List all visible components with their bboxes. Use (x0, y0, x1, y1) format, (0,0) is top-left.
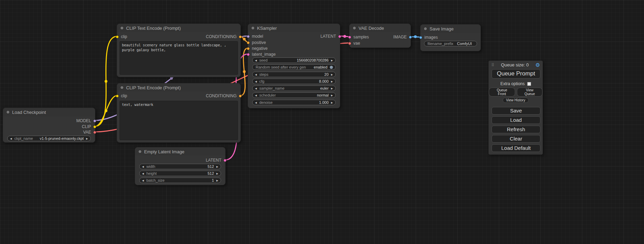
save-button[interactable]: Save (492, 107, 540, 115)
prev-value-arrow-icon[interactable]: ◀ (255, 94, 257, 97)
input-slot-model[interactable]: model (247, 34, 263, 39)
drag-handle-icon[interactable]: ⠿ (491, 63, 494, 67)
input-slot-positive[interactable]: positive (247, 40, 266, 45)
widget-random-seed-toggle[interactable]: Random seed after every gen enabled (252, 64, 336, 70)
next-value-arrow-icon[interactable]: ▶ (331, 94, 333, 97)
prompt-textarea[interactable]: beautiful scenery nature glass bottle la… (120, 41, 238, 75)
collapse-dot-icon[interactable] (120, 26, 124, 30)
slot-dot-latent[interactable] (348, 36, 351, 39)
output-slot-vae[interactable]: VAE (83, 129, 96, 135)
widget-steps[interactable]: ◀ steps 20 ▶ (252, 72, 336, 77)
slot-dot-conditioning[interactable] (247, 41, 250, 44)
clear-button[interactable]: Clear (492, 135, 540, 143)
slot-dot-latent[interactable] (338, 35, 341, 38)
widget-height[interactable]: ◀ height 512 ▶ (139, 171, 221, 176)
decrement-arrow-icon[interactable]: ◀ (255, 80, 257, 83)
decrement-arrow-icon[interactable]: ◀ (255, 59, 257, 62)
collapse-dot-icon[interactable] (251, 26, 255, 30)
input-slot-vae[interactable]: vae (348, 40, 360, 46)
output-slot-clip[interactable]: CLIP (82, 124, 96, 129)
extra-options-checkbox[interactable] (527, 82, 531, 86)
decrement-arrow-icon[interactable]: ◀ (255, 101, 257, 104)
node-clip-text-encode-positive[interactable]: CLIP Text Encode (Prompt) clip CONDITION… (117, 24, 241, 77)
node-title-bar[interactable]: Load Checkpoint (3, 108, 95, 116)
slot-dot-conditioning[interactable] (247, 47, 250, 50)
output-slot-conditioning[interactable]: CONDITIONING (206, 34, 242, 39)
increment-arrow-icon[interactable]: ▶ (217, 172, 218, 175)
output-slot-latent[interactable]: LATENT (206, 157, 227, 163)
prev-value-arrow-icon[interactable]: ◀ (10, 137, 12, 140)
slot-dot-clip[interactable] (116, 35, 119, 38)
collapse-dot-icon[interactable] (138, 150, 142, 153)
toggle-knob-icon[interactable] (330, 66, 333, 69)
node-save-image[interactable]: Save Image images filename_prefix ComfyU… (420, 24, 481, 51)
slot-dot-clip[interactable] (116, 94, 119, 98)
decrement-arrow-icon[interactable]: ◀ (255, 73, 257, 76)
input-slot-negative[interactable]: negative (247, 46, 267, 51)
node-clip-text-encode-negative[interactable]: CLIP Text Encode (Prompt) clip CONDITION… (117, 83, 241, 143)
decrement-arrow-icon[interactable]: ◀ (142, 179, 144, 182)
view-history-button[interactable]: View History (503, 98, 529, 103)
widget-batch-size[interactable]: ◀ batch_size 1 ▶ (139, 178, 221, 183)
output-slot-image[interactable]: IMAGE (393, 34, 412, 40)
slot-dot-model[interactable] (247, 35, 250, 38)
input-slot-samples[interactable]: samples (348, 34, 369, 40)
slot-dot-conditioning[interactable] (239, 94, 242, 98)
decrement-arrow-icon[interactable]: ◀ (142, 165, 144, 168)
widget-sampler-name[interactable]: ◀ sampler_name euler ▶ (252, 85, 336, 91)
decrement-arrow-icon[interactable]: ◀ (142, 172, 144, 175)
input-slot-clip[interactable]: clip (116, 34, 127, 39)
output-slot-model[interactable]: MODEL (76, 118, 96, 124)
load-default-button[interactable]: Load Default (492, 144, 540, 152)
slot-dot-vae[interactable] (93, 131, 96, 134)
input-slot-latent-image[interactable]: latent_image (247, 52, 276, 57)
slot-dot-latent[interactable] (223, 159, 227, 162)
queue-prompt-button[interactable]: Queue Prompt (492, 69, 540, 79)
graph-canvas[interactable]: Load Checkpoint MODEL CLIP VAE ◀ ckpt_na… (0, 0, 644, 244)
prev-value-arrow-icon[interactable]: ◀ (255, 87, 257, 90)
next-value-arrow-icon[interactable]: ▶ (86, 137, 88, 140)
node-title-bar[interactable]: Empty Latent Image (135, 147, 225, 156)
increment-arrow-icon[interactable]: ▶ (331, 73, 333, 76)
increment-arrow-icon[interactable]: ▶ (217, 179, 218, 182)
node-title-bar[interactable]: VAE Decode (350, 24, 411, 32)
node-vae-decode[interactable]: VAE Decode samples vae IMAGE (349, 24, 411, 48)
node-title-bar[interactable]: Save Image (421, 25, 480, 33)
node-empty-latent-image[interactable]: Empty Latent Image LATENT ◀ width 512 ▶ … (135, 147, 226, 185)
node-title-bar[interactable]: CLIP Text Encode (Prompt) (117, 83, 240, 92)
prompt-textarea[interactable]: text, watermark (120, 101, 238, 140)
slot-dot-clip[interactable] (93, 125, 96, 128)
slot-dot-image[interactable] (409, 36, 412, 39)
increment-arrow-icon[interactable]: ▶ (331, 59, 333, 62)
widget-scheduler[interactable]: ◀ scheduler normal ▶ (252, 92, 336, 98)
increment-arrow-icon[interactable]: ▶ (331, 101, 333, 104)
refresh-button[interactable]: Refresh (492, 126, 540, 133)
next-value-arrow-icon[interactable]: ▶ (331, 87, 333, 90)
input-slot-images[interactable]: images (419, 35, 438, 40)
input-slot-clip[interactable]: clip (116, 93, 127, 99)
slot-dot-vae[interactable] (348, 42, 351, 45)
widget-denoise[interactable]: ◀ denoise 1.000 ▶ (252, 100, 336, 105)
node-ksampler[interactable]: KSampler model positive negative latent_… (248, 24, 340, 108)
output-slot-conditioning[interactable]: CONDITIONING (206, 93, 242, 99)
slot-dot-image[interactable] (419, 36, 422, 39)
collapse-dot-icon[interactable] (120, 86, 124, 89)
collapse-dot-icon[interactable] (424, 27, 427, 30)
slot-dot-model[interactable] (93, 119, 96, 123)
slot-dot-latent[interactable] (247, 53, 250, 56)
widget-ckpt-name[interactable]: ◀ ckpt_name v1-5-pruned-emaonly.ckpt ▶ (7, 136, 91, 141)
widget-filename-prefix[interactable]: filename_prefix ComfyUI (424, 41, 477, 46)
queue-front-button[interactable]: Queue Front (489, 88, 515, 97)
output-slot-latent[interactable]: LATENT (320, 34, 341, 39)
load-button[interactable]: Load (492, 116, 540, 124)
view-queue-button[interactable]: View Queue (517, 88, 542, 97)
slot-dot-conditioning[interactable] (239, 35, 242, 38)
collapse-dot-icon[interactable] (6, 110, 10, 114)
widget-seed[interactable]: ◀ seed 156680208700286 ▶ (252, 57, 336, 63)
widget-cfg[interactable]: ◀ cfg 8.000 ▶ (252, 79, 336, 84)
increment-arrow-icon[interactable]: ▶ (331, 80, 333, 83)
settings-gear-icon[interactable]: ⚙ (536, 62, 540, 67)
node-title-bar[interactable]: KSampler (248, 24, 340, 32)
node-load-checkpoint[interactable]: Load Checkpoint MODEL CLIP VAE ◀ ckpt_na… (3, 108, 95, 143)
collapse-dot-icon[interactable] (353, 26, 356, 30)
